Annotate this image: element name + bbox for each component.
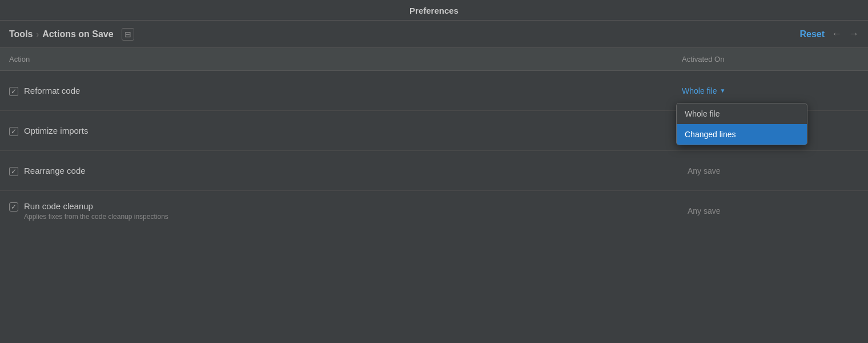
dropdown-value: Whole file	[682, 86, 717, 95]
action-column-header: Action	[9, 55, 676, 63]
table-row: Run code cleanup Applies fixes from the …	[0, 191, 868, 231]
row-rearrange-code: Rearrange code	[9, 166, 676, 176]
rearrange-code-activated-value: Any save	[682, 166, 721, 176]
breadcrumb: Tools › Actions on Save ⊟	[9, 28, 799, 41]
reformat-code-label: Reformat code	[24, 86, 80, 95]
table-row: Reformat code Whole file ▼ Whole file Ch…	[0, 71, 868, 111]
reformat-code-dropdown-trigger[interactable]: Whole file ▼	[682, 86, 725, 95]
rearrange-code-activated: Any save	[676, 166, 859, 176]
nav-icon-button[interactable]: ⊟	[122, 28, 134, 41]
nav-current-page: Actions on Save	[42, 29, 113, 39]
forward-arrow-button[interactable]: →	[849, 28, 859, 40]
run-code-cleanup-activated: Any save	[676, 206, 859, 216]
optimize-imports-label: Optimize imports	[24, 126, 89, 135]
window-title: Preferences	[409, 6, 459, 15]
reformat-code-checkbox[interactable]	[9, 87, 18, 96]
optimize-imports-checkbox[interactable]	[9, 127, 18, 136]
nav-bar: Tools › Actions on Save ⊟ Reset ← →	[0, 21, 868, 48]
table-header: Action Activated On	[0, 48, 868, 71]
back-arrow-button[interactable]: ←	[831, 28, 842, 40]
preferences-window: Preferences Tools › Actions on Save ⊟ Re…	[0, 0, 868, 343]
table-row: Rearrange code Any save	[0, 151, 868, 191]
rearrange-code-checkbox[interactable]	[9, 167, 18, 176]
breadcrumb-chevron: ›	[36, 30, 39, 39]
main-content: Action Activated On Reformat code Whole …	[0, 48, 868, 343]
title-bar: Preferences	[0, 0, 868, 21]
reformat-code-activated: Whole file ▼ Whole file Changed lines	[676, 86, 859, 96]
dropdown-option-whole-file[interactable]: Whole file	[677, 103, 807, 124]
run-code-cleanup-checkbox[interactable]	[9, 202, 18, 212]
reformat-code-dropdown-menu: Whole file Changed lines	[676, 103, 807, 145]
actions-table: Action Activated On Reformat code Whole …	[0, 48, 868, 343]
run-code-cleanup-sublabel: Applies fixes from the code cleanup insp…	[24, 213, 168, 221]
row-optimize-imports: Optimize imports	[9, 126, 676, 136]
nav-right-actions: Reset ← →	[799, 28, 859, 40]
dropdown-caret-icon: ▼	[720, 87, 725, 94]
dropdown-option-changed-lines[interactable]: Changed lines	[677, 124, 807, 145]
run-code-cleanup-activated-value: Any save	[682, 206, 721, 216]
rearrange-code-label: Rearrange code	[24, 166, 86, 176]
nav-tools-link[interactable]: Tools	[9, 29, 33, 39]
activated-column-header: Activated On	[676, 55, 859, 63]
row-run-code-cleanup: Run code cleanup Applies fixes from the …	[9, 201, 676, 221]
run-code-cleanup-label: Run code cleanup	[24, 201, 168, 211]
row-reformat-code: Reformat code	[9, 86, 676, 96]
reset-button[interactable]: Reset	[799, 29, 825, 39]
